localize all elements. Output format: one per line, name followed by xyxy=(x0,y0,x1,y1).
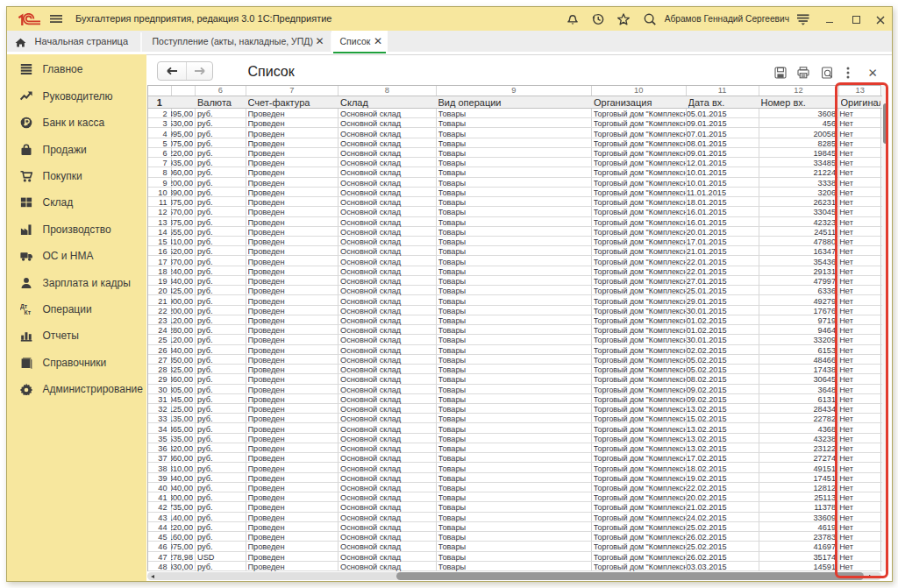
svg-text:Кт: Кт xyxy=(25,309,32,315)
